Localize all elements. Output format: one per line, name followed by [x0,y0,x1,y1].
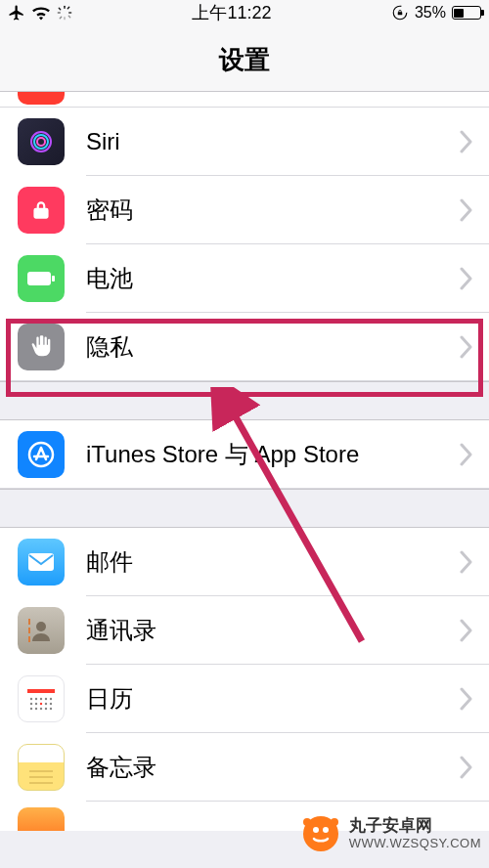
svg-point-24 [45,698,47,700]
screen: 上午11:22 35% 设置 Siri [0,0,489,868]
group-general: Siri 密码 电池 [0,92,489,382]
row-calendar[interactable]: 日历 [0,665,489,733]
watermark-title: 丸子安卓网 [349,816,481,836]
row-itunes-appstore[interactable]: iTunes Store 与 App Store [0,420,489,489]
appstore-icon [18,431,65,478]
chevron-right-icon [460,619,473,642]
svg-point-22 [35,698,37,700]
row-label: 通讯录 [86,615,460,646]
svg-point-23 [40,698,42,700]
svg-point-41 [313,827,319,833]
chevron-right-icon [460,335,473,359]
watermark-logo-icon [300,813,341,854]
svg-point-11 [37,138,45,146]
svg-point-25 [50,698,52,700]
svg-point-21 [30,698,32,700]
row-notes[interactable]: 备忘录 [0,733,489,802]
row-siri[interactable]: Siri [0,108,489,176]
status-bar: 上午11:22 35% [0,0,489,25]
contacts-icon [18,607,65,654]
svg-point-31 [30,708,32,710]
chevron-right-icon [460,130,473,153]
unknown-red-icon [18,92,65,105]
status-left [8,4,72,22]
chevron-right-icon [460,756,473,779]
svg-point-35 [50,708,52,710]
chevron-right-icon [460,550,473,574]
hand-icon [18,324,65,370]
wifi-icon [31,5,51,21]
svg-point-16 [36,622,46,631]
svg-rect-3 [68,12,71,13]
row-partial-top[interactable] [0,92,489,108]
svg-point-34 [45,708,47,710]
svg-point-42 [323,827,329,833]
settings-list: Siri 密码 电池 [0,92,489,831]
chevron-right-icon [460,267,473,290]
svg-rect-4 [58,7,61,10]
row-label: 备忘录 [86,752,460,783]
svg-rect-18 [28,628,30,633]
row-label: 密码 [86,195,460,226]
svg-rect-19 [28,636,30,642]
row-label: Siri [86,128,460,155]
notes-icon [18,744,65,791]
mail-icon [18,539,65,586]
svg-rect-1 [64,17,65,20]
svg-point-33 [40,708,42,710]
svg-rect-6 [67,6,69,9]
calendar-icon [18,675,65,722]
svg-point-26 [30,703,32,705]
chevron-right-icon [460,443,473,466]
row-battery[interactable]: 电池 [0,244,489,313]
svg-rect-15 [28,553,54,571]
battery-percent: 35% [415,4,446,22]
group-apps: 邮件 通讯录 日历 [0,527,489,831]
row-contacts[interactable]: 通讯录 [0,596,489,665]
airplane-mode-icon [8,4,25,22]
battery-icon [452,6,481,20]
svg-rect-0 [64,6,65,9]
svg-point-30 [50,703,52,705]
svg-rect-12 [27,272,51,285]
status-time: 上午11:22 [192,1,271,24]
svg-point-32 [35,708,37,710]
row-label: iTunes Store 与 App Store [86,439,460,470]
lock-icon [18,187,65,234]
row-mail[interactable]: 邮件 [0,528,489,596]
svg-rect-2 [58,12,61,13]
svg-point-29 [45,703,47,705]
svg-rect-13 [52,276,55,282]
nav-header: 设置 [0,25,489,92]
group-store: iTunes Store 与 App Store [0,419,489,490]
row-label: 日历 [86,683,460,715]
svg-rect-7 [59,16,62,19]
svg-point-44 [331,818,338,826]
svg-point-43 [303,818,311,826]
row-label: 隐私 [86,331,460,363]
watermark-url: WWW.WZSQSY.COM [349,836,481,851]
chevron-right-icon [460,198,473,222]
svg-rect-17 [28,619,30,625]
loading-spinner-icon [57,5,72,21]
watermark: 丸子安卓网 WWW.WZSQSY.COM [300,813,481,854]
row-privacy[interactable]: 隐私 [0,313,489,381]
chevron-right-icon [460,687,473,711]
row-label: 电池 [86,263,460,294]
battery-settings-icon [18,255,65,302]
rotation-lock-icon [391,4,409,22]
svg-point-28 [40,703,42,705]
svg-rect-5 [67,15,70,18]
row-passcode[interactable]: 密码 [0,176,489,244]
svg-point-27 [35,703,37,705]
row-label: 邮件 [86,546,460,578]
reminders-icon [18,807,65,831]
siri-icon [18,118,65,165]
page-title: 设置 [0,43,489,77]
status-right: 35% [391,4,481,22]
svg-rect-20 [27,689,55,693]
svg-point-14 [29,443,53,466]
